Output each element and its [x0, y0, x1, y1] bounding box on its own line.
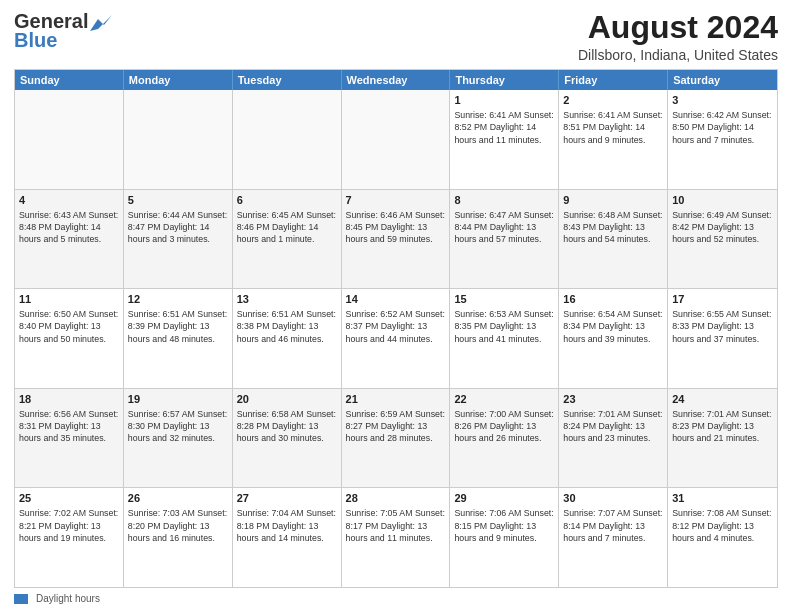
calendar-cell: 16Sunrise: 6:54 AM Sunset: 8:34 PM Dayli… [559, 289, 668, 388]
calendar-header-cell: Sunday [15, 70, 124, 90]
calendar-cell: 26Sunrise: 7:03 AM Sunset: 8:20 PM Dayli… [124, 488, 233, 587]
header: General Blue August 2024 Dillsboro, Indi… [14, 10, 778, 63]
calendar-cell: 17Sunrise: 6:55 AM Sunset: 8:33 PM Dayli… [668, 289, 777, 388]
calendar-header: SundayMondayTuesdayWednesdayThursdayFrid… [15, 70, 777, 90]
calendar-header-cell: Friday [559, 70, 668, 90]
day-info: Sunrise: 7:00 AM Sunset: 8:26 PM Dayligh… [454, 408, 554, 445]
day-number: 29 [454, 491, 554, 506]
calendar-cell: 15Sunrise: 6:53 AM Sunset: 8:35 PM Dayli… [450, 289, 559, 388]
calendar-cell: 10Sunrise: 6:49 AM Sunset: 8:42 PM Dayli… [668, 190, 777, 289]
calendar-cell: 22Sunrise: 7:00 AM Sunset: 8:26 PM Dayli… [450, 389, 559, 488]
day-info: Sunrise: 6:58 AM Sunset: 8:28 PM Dayligh… [237, 408, 337, 445]
calendar-cell: 3Sunrise: 6:42 AM Sunset: 8:50 PM Daylig… [668, 90, 777, 189]
calendar-week-row: 1Sunrise: 6:41 AM Sunset: 8:52 PM Daylig… [15, 90, 777, 189]
day-info: Sunrise: 6:45 AM Sunset: 8:46 PM Dayligh… [237, 209, 337, 246]
day-number: 24 [672, 392, 773, 407]
calendar-cell-empty [233, 90, 342, 189]
calendar-cell: 29Sunrise: 7:06 AM Sunset: 8:15 PM Dayli… [450, 488, 559, 587]
day-info: Sunrise: 7:01 AM Sunset: 8:23 PM Dayligh… [672, 408, 773, 445]
calendar-cell: 11Sunrise: 6:50 AM Sunset: 8:40 PM Dayli… [15, 289, 124, 388]
day-info: Sunrise: 6:47 AM Sunset: 8:44 PM Dayligh… [454, 209, 554, 246]
calendar-cell: 25Sunrise: 7:02 AM Sunset: 8:21 PM Dayli… [15, 488, 124, 587]
calendar-header-cell: Wednesday [342, 70, 451, 90]
day-number: 16 [563, 292, 663, 307]
page: General Blue August 2024 Dillsboro, Indi… [0, 0, 792, 612]
day-info: Sunrise: 7:04 AM Sunset: 8:18 PM Dayligh… [237, 507, 337, 544]
day-number: 9 [563, 193, 663, 208]
calendar-cell: 30Sunrise: 7:07 AM Sunset: 8:14 PM Dayli… [559, 488, 668, 587]
day-number: 18 [19, 392, 119, 407]
day-number: 27 [237, 491, 337, 506]
day-info: Sunrise: 6:43 AM Sunset: 8:48 PM Dayligh… [19, 209, 119, 246]
calendar-cell: 9Sunrise: 6:48 AM Sunset: 8:43 PM Daylig… [559, 190, 668, 289]
calendar-header-cell: Saturday [668, 70, 777, 90]
day-info: Sunrise: 6:55 AM Sunset: 8:33 PM Dayligh… [672, 308, 773, 345]
day-info: Sunrise: 6:44 AM Sunset: 8:47 PM Dayligh… [128, 209, 228, 246]
day-number: 6 [237, 193, 337, 208]
title-block: August 2024 Dillsboro, Indiana, United S… [578, 10, 778, 63]
day-info: Sunrise: 6:42 AM Sunset: 8:50 PM Dayligh… [672, 109, 773, 146]
calendar: SundayMondayTuesdayWednesdayThursdayFrid… [14, 69, 778, 588]
day-info: Sunrise: 6:59 AM Sunset: 8:27 PM Dayligh… [346, 408, 446, 445]
day-number: 20 [237, 392, 337, 407]
calendar-week-row: 25Sunrise: 7:02 AM Sunset: 8:21 PM Dayli… [15, 487, 777, 587]
calendar-cell: 14Sunrise: 6:52 AM Sunset: 8:37 PM Dayli… [342, 289, 451, 388]
calendar-week-row: 18Sunrise: 6:56 AM Sunset: 8:31 PM Dayli… [15, 388, 777, 488]
footer: Daylight hours [14, 593, 778, 604]
day-number: 1 [454, 93, 554, 108]
day-number: 25 [19, 491, 119, 506]
location: Dillsboro, Indiana, United States [578, 47, 778, 63]
day-number: 30 [563, 491, 663, 506]
day-number: 3 [672, 93, 773, 108]
logo-bird-icon [90, 15, 112, 31]
calendar-body: 1Sunrise: 6:41 AM Sunset: 8:52 PM Daylig… [15, 90, 777, 587]
day-info: Sunrise: 7:06 AM Sunset: 8:15 PM Dayligh… [454, 507, 554, 544]
svg-marker-0 [90, 15, 112, 31]
calendar-cell: 18Sunrise: 6:56 AM Sunset: 8:31 PM Dayli… [15, 389, 124, 488]
day-number: 31 [672, 491, 773, 506]
calendar-header-cell: Tuesday [233, 70, 342, 90]
calendar-cell: 13Sunrise: 6:51 AM Sunset: 8:38 PM Dayli… [233, 289, 342, 388]
day-info: Sunrise: 7:03 AM Sunset: 8:20 PM Dayligh… [128, 507, 228, 544]
calendar-week-row: 4Sunrise: 6:43 AM Sunset: 8:48 PM Daylig… [15, 189, 777, 289]
day-info: Sunrise: 6:51 AM Sunset: 8:39 PM Dayligh… [128, 308, 228, 345]
calendar-cell-empty [124, 90, 233, 189]
calendar-cell: 28Sunrise: 7:05 AM Sunset: 8:17 PM Dayli… [342, 488, 451, 587]
day-info: Sunrise: 6:57 AM Sunset: 8:30 PM Dayligh… [128, 408, 228, 445]
day-number: 11 [19, 292, 119, 307]
calendar-cell: 4Sunrise: 6:43 AM Sunset: 8:48 PM Daylig… [15, 190, 124, 289]
day-info: Sunrise: 7:01 AM Sunset: 8:24 PM Dayligh… [563, 408, 663, 445]
day-number: 13 [237, 292, 337, 307]
calendar-cell: 20Sunrise: 6:58 AM Sunset: 8:28 PM Dayli… [233, 389, 342, 488]
day-info: Sunrise: 6:46 AM Sunset: 8:45 PM Dayligh… [346, 209, 446, 246]
day-number: 23 [563, 392, 663, 407]
day-number: 10 [672, 193, 773, 208]
calendar-cell: 12Sunrise: 6:51 AM Sunset: 8:39 PM Dayli… [124, 289, 233, 388]
calendar-cell: 2Sunrise: 6:41 AM Sunset: 8:51 PM Daylig… [559, 90, 668, 189]
day-info: Sunrise: 7:07 AM Sunset: 8:14 PM Dayligh… [563, 507, 663, 544]
day-info: Sunrise: 7:05 AM Sunset: 8:17 PM Dayligh… [346, 507, 446, 544]
legend-box [14, 594, 28, 604]
month-title: August 2024 [578, 10, 778, 45]
day-number: 21 [346, 392, 446, 407]
day-info: Sunrise: 6:41 AM Sunset: 8:52 PM Dayligh… [454, 109, 554, 146]
logo-blue-text: Blue [14, 29, 57, 52]
calendar-cell: 24Sunrise: 7:01 AM Sunset: 8:23 PM Dayli… [668, 389, 777, 488]
calendar-cell: 7Sunrise: 6:46 AM Sunset: 8:45 PM Daylig… [342, 190, 451, 289]
day-info: Sunrise: 6:51 AM Sunset: 8:38 PM Dayligh… [237, 308, 337, 345]
day-info: Sunrise: 6:48 AM Sunset: 8:43 PM Dayligh… [563, 209, 663, 246]
calendar-cell: 6Sunrise: 6:45 AM Sunset: 8:46 PM Daylig… [233, 190, 342, 289]
calendar-cell: 23Sunrise: 7:01 AM Sunset: 8:24 PM Dayli… [559, 389, 668, 488]
calendar-cell: 19Sunrise: 6:57 AM Sunset: 8:30 PM Dayli… [124, 389, 233, 488]
day-number: 12 [128, 292, 228, 307]
day-number: 8 [454, 193, 554, 208]
logo: General Blue [14, 10, 112, 52]
calendar-cell-empty [342, 90, 451, 189]
day-info: Sunrise: 7:02 AM Sunset: 8:21 PM Dayligh… [19, 507, 119, 544]
day-number: 28 [346, 491, 446, 506]
calendar-cell: 27Sunrise: 7:04 AM Sunset: 8:18 PM Dayli… [233, 488, 342, 587]
calendar-cell: 31Sunrise: 7:08 AM Sunset: 8:12 PM Dayli… [668, 488, 777, 587]
day-number: 26 [128, 491, 228, 506]
day-info: Sunrise: 7:08 AM Sunset: 8:12 PM Dayligh… [672, 507, 773, 544]
day-info: Sunrise: 6:49 AM Sunset: 8:42 PM Dayligh… [672, 209, 773, 246]
